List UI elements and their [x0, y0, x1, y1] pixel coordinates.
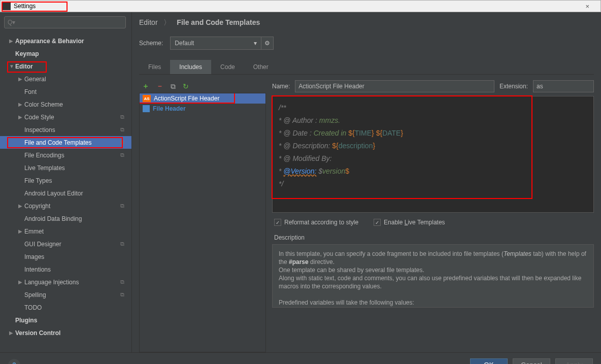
window-title-text: Settings	[14, 3, 36, 10]
template-panel: ＋ － ⧉ ↻ ASActionScript File HeaderFile H…	[139, 80, 266, 352]
expand-arrow-icon: ▶	[18, 102, 24, 107]
sidebar-item[interactable]: ▶Language Injections⧉	[0, 276, 131, 288]
sidebar-item[interactable]: ▶Color Scheme	[0, 98, 131, 111]
template-toolbar: ＋ － ⧉ ↻	[139, 80, 266, 93]
sidebar-item-label: Live Templates	[24, 164, 65, 172]
sidebar-item[interactable]: ▶Appearance & Behavior	[0, 35, 131, 47]
sidebar-item[interactable]: File Encodings⧉	[0, 149, 131, 161]
sidebar-item[interactable]: GUI Designer⧉	[0, 238, 131, 250]
sidebar-item-label: Keymap	[15, 50, 39, 57]
scope-icon: ⧉	[120, 291, 124, 298]
tab-files[interactable]: Files	[139, 60, 170, 74]
close-icon[interactable]: ×	[576, 3, 598, 10]
file-header-icon	[143, 105, 150, 112]
sidebar-item[interactable]: TODO	[0, 301, 131, 314]
settings-tree[interactable]: ▶Appearance & BehaviorKeymap▼Editor▶Gene…	[0, 32, 131, 352]
sidebar-item-label: Editor	[15, 63, 33, 70]
sidebar-item-label: Color Scheme	[24, 101, 63, 108]
expand-arrow-icon: ▶	[9, 38, 15, 44]
sidebar-item-label: Code Style	[24, 114, 54, 121]
template-label: ActionScript File Header	[154, 95, 219, 102]
add-button[interactable]: ＋	[142, 82, 149, 91]
expand-arrow-icon: ▶	[18, 228, 24, 234]
scheme-label: Scheme:	[139, 40, 163, 47]
sidebar-item[interactable]: File and Code Templates⧉	[0, 136, 131, 149]
scope-icon: ⧉	[120, 114, 124, 120]
sidebar-item[interactable]: ▶Emmet	[0, 225, 131, 238]
reset-button[interactable]: ↻	[183, 82, 189, 90]
template-list[interactable]: ASActionScript File HeaderFile Header	[139, 93, 266, 352]
tab-code[interactable]: Code	[211, 60, 244, 74]
template-name-input[interactable]	[295, 80, 494, 92]
sidebar-item-label: GUI Designer	[24, 241, 61, 248]
tab-other[interactable]: Other	[244, 60, 278, 74]
scope-icon: ⧉	[120, 241, 124, 247]
sidebar-item-label: Spelling	[24, 291, 46, 299]
scope-icon: ⧉	[120, 152, 124, 158]
scheme-select[interactable]: Default ▾	[170, 37, 261, 50]
breadcrumb-sep: 〉	[163, 18, 171, 26]
sidebar-item[interactable]: Android Layout Editor	[0, 187, 131, 200]
expand-arrow-icon: ▶	[18, 203, 24, 209]
breadcrumb-editor[interactable]: Editor	[139, 18, 158, 26]
sidebar-item[interactable]: Live Templates	[0, 161, 131, 174]
sidebar-item-label: Copyright	[24, 203, 50, 210]
reformat-checkbox[interactable]: ✓ Reformat according to style	[274, 219, 358, 226]
breadcrumb: Editor 〉 File and Code Templates	[139, 18, 594, 27]
expand-arrow-icon: ▶	[9, 330, 15, 336]
description-box: In this template, you can specify a code…	[272, 244, 594, 308]
sidebar-item[interactable]: ▶Version Control	[0, 326, 131, 339]
sidebar-item[interactable]: ▼Editor	[0, 60, 131, 73]
search-input[interactable]	[4, 16, 126, 28]
sidebar-item[interactable]: ▶General	[0, 73, 131, 85]
sidebar-item[interactable]: Images	[0, 250, 131, 263]
scope-icon: ⧉	[120, 279, 124, 285]
help-button[interactable]: ?	[8, 359, 20, 365]
sidebar-item[interactable]: Font	[0, 85, 131, 98]
extension-label: Extension:	[499, 83, 528, 90]
scope-icon: ⧉	[120, 139, 124, 146]
sidebar-item-label: Images	[24, 253, 44, 260]
code-editor[interactable]: /** * @ Author : mmzs. * @ Date : Create…	[272, 96, 594, 213]
template-item[interactable]: ASActionScript File Header	[140, 93, 265, 104]
extension-input[interactable]	[533, 80, 594, 92]
live-label: Enable Live Templates	[384, 219, 445, 226]
description-label: Description	[274, 234, 594, 241]
sidebar-item-label: Android Layout Editor	[24, 190, 83, 197]
scheme-value: Default	[175, 40, 194, 47]
sidebar-item-label: Version Control	[15, 329, 60, 337]
sidebar-item[interactable]: Android Data Binding	[0, 212, 131, 225]
sidebar-item-label: TODO	[24, 304, 42, 311]
sidebar-item-label: Plugins	[15, 317, 37, 324]
actionscript-icon: AS	[143, 95, 151, 102]
template-item[interactable]: File Header	[140, 104, 265, 114]
sidebar-item[interactable]: ▶Copyright⧉	[0, 200, 131, 212]
sidebar-item[interactable]: Intentions	[0, 263, 131, 276]
scope-icon: ⧉	[120, 126, 124, 133]
tab-includes[interactable]: Includes	[170, 60, 211, 74]
sidebar-item-label: Emmet	[24, 228, 44, 235]
sidebar-item-label: Inspections	[24, 126, 55, 134]
ok-button[interactable]: OK	[470, 358, 508, 365]
breadcrumb-page: File and Code Templates	[177, 18, 260, 26]
expand-arrow-icon: ▶	[18, 279, 24, 285]
copy-button[interactable]: ⧉	[171, 82, 176, 91]
remove-button[interactable]: －	[156, 82, 163, 91]
expand-arrow-icon: ▶	[18, 114, 24, 120]
sidebar-item[interactable]: Plugins	[0, 314, 131, 326]
settings-sidebar: ▶Appearance & BehaviorKeymap▼Editor▶Gene…	[0, 12, 132, 352]
apply-button[interactable]: Apply	[555, 358, 593, 365]
sidebar-item-label: Font	[24, 88, 37, 95]
sidebar-item[interactable]: Inspections⧉	[0, 123, 131, 136]
bottom-bar: ? OK Cancel Apply	[0, 352, 601, 364]
sidebar-item[interactable]: Spelling⧉	[0, 288, 131, 301]
tabs: Files Includes Code Other	[139, 60, 594, 75]
sidebar-item-label: File and Code Templates	[24, 139, 92, 146]
sidebar-item[interactable]: Keymap	[0, 47, 131, 60]
sidebar-item[interactable]: File Types	[0, 174, 131, 187]
sidebar-item[interactable]: ▶Code Style⧉	[0, 111, 131, 123]
cancel-button[interactable]: Cancel	[513, 358, 550, 365]
live-templates-checkbox[interactable]: ✓ Enable Live Templates	[374, 219, 445, 226]
window-titlebar: Settings ×	[0, 0, 601, 12]
scheme-gear-button[interactable]: ⚙	[261, 37, 274, 50]
